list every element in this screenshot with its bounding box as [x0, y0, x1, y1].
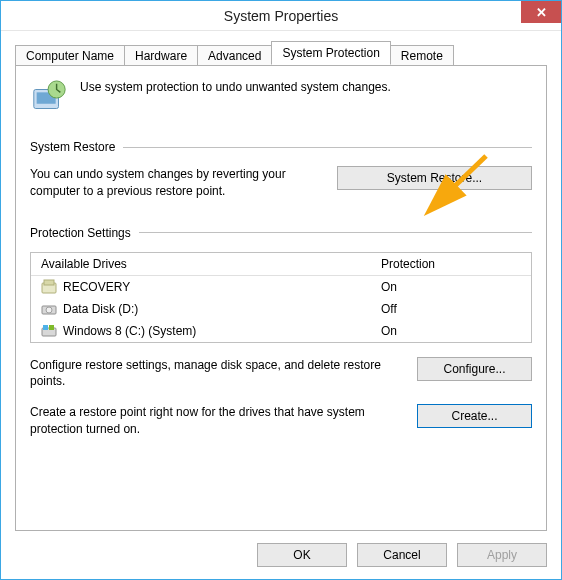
drive-row[interactable]: Data Disk (D:) Off [31, 298, 531, 320]
close-button[interactable]: ✕ [521, 1, 561, 23]
windows-drive-icon [41, 323, 57, 339]
intro-section: Use system protection to undo unwanted s… [30, 80, 532, 118]
svg-rect-9 [49, 325, 54, 330]
create-row: Create a restore point right now for the… [30, 404, 532, 438]
tab-row: Computer Name Hardware Advanced System P… [15, 41, 547, 65]
system-restore-button[interactable]: System Restore... [337, 166, 532, 190]
tab-remote[interactable]: Remote [390, 45, 454, 66]
col-header-protection: Protection [381, 257, 521, 271]
protection-settings-header: Protection Settings [30, 226, 532, 240]
divider [123, 147, 532, 148]
divider [139, 232, 532, 233]
create-button[interactable]: Create... [417, 404, 532, 428]
configure-row: Configure restore settings, manage disk … [30, 357, 532, 391]
intro-text: Use system protection to undo unwanted s… [80, 80, 391, 94]
drive-name: Windows 8 (C:) (System) [63, 324, 381, 338]
system-restore-icon [30, 80, 68, 118]
tab-advanced[interactable]: Advanced [197, 45, 272, 66]
tab-hardware[interactable]: Hardware [124, 45, 198, 66]
create-desc: Create a restore point right now for the… [30, 404, 401, 438]
configure-button[interactable]: Configure... [417, 357, 532, 381]
drive-name: Data Disk (D:) [63, 302, 381, 316]
col-header-drives: Available Drives [41, 257, 381, 271]
drives-list: Available Drives Protection RECOVERY On [30, 252, 532, 343]
drive-status: On [381, 324, 521, 338]
disk-icon [41, 301, 57, 317]
drives-header-row: Available Drives Protection [31, 253, 531, 276]
drive-row[interactable]: Windows 8 (C:) (System) On [31, 320, 531, 342]
drive-status: Off [381, 302, 521, 316]
ok-button[interactable]: OK [257, 543, 347, 567]
configure-desc: Configure restore settings, manage disk … [30, 357, 401, 391]
window-body: Computer Name Hardware Advanced System P… [1, 31, 561, 579]
cancel-button[interactable]: Cancel [357, 543, 447, 567]
system-restore-label: System Restore [30, 140, 115, 154]
system-restore-header: System Restore [30, 140, 532, 154]
drive-icon [41, 279, 57, 295]
svg-point-6 [46, 307, 52, 313]
apply-button[interactable]: Apply [457, 543, 547, 567]
tab-content: Use system protection to undo unwanted s… [15, 65, 547, 531]
system-properties-window: System Properties ✕ Computer Name Hardwa… [0, 0, 562, 580]
drive-name: RECOVERY [63, 280, 381, 294]
close-icon: ✕ [536, 5, 547, 20]
protection-settings-label: Protection Settings [30, 226, 131, 240]
svg-rect-8 [43, 325, 48, 330]
window-title: System Properties [224, 8, 338, 24]
drive-status: On [381, 280, 521, 294]
tab-system-protection[interactable]: System Protection [271, 41, 390, 65]
drive-row[interactable]: RECOVERY On [31, 276, 531, 298]
system-restore-desc: You can undo system changes by reverting… [30, 166, 317, 200]
system-restore-row: You can undo system changes by reverting… [30, 166, 532, 200]
tab-computer-name[interactable]: Computer Name [15, 45, 125, 66]
dialog-footer: OK Cancel Apply [15, 531, 547, 567]
svg-rect-4 [44, 280, 54, 285]
titlebar: System Properties ✕ [1, 1, 561, 31]
